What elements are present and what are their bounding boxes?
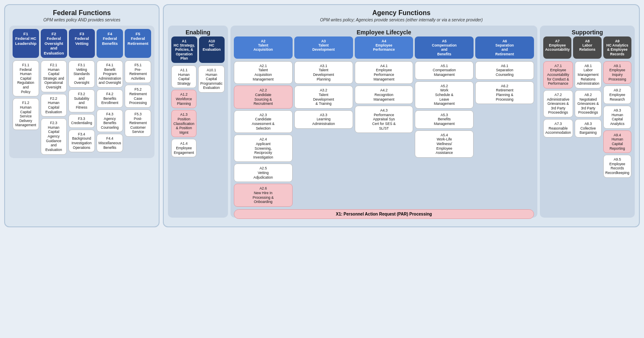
x1-bar: X1: Personnel Action Request (PAR) Proce… [234, 209, 534, 219]
enabling-items: A1.1HumanCapitalStrategy A1.2WorkforcePl… [171, 65, 225, 157]
enabling-headers: A1HC Strategy,Policies, &OperationPlan A… [171, 36, 225, 63]
A2-6: A2.6New Hire InProcessing &Onboarding [234, 184, 293, 207]
F5-2: F5.2RetirementCaseProcessing [125, 85, 151, 108]
agency-sections-container: Enabling A1HC Strategy,Policies, &Operat… [168, 26, 635, 218]
F4-2: F4.2BenefitsEnrollment [97, 89, 123, 108]
A9-5: A9.5EmployeeRecordsRecordkeeping [603, 155, 631, 178]
A2-3: A2.3CandidateAssessment &Selection [234, 110, 293, 133]
lifecycle-headers: A2TalentAcquisition A3TalentDevelopment … [234, 36, 534, 59]
F2-3: F2.3Human CapitalAgencyGuidance andEvalu… [41, 118, 67, 154]
A3-1: A3.1TalentDevelopmentPlanning [294, 61, 353, 84]
A6-1: A6.1SeparationCounseling [475, 61, 534, 80]
F2-2: F2.2HumanCapitalEvaluation [41, 94, 67, 117]
federal-functions-panel: Federal Functions OPM writes policy AND … [4, 4, 160, 227]
header-A8: A8LaborRelations [573, 36, 601, 59]
col-F3: F3.1VettingStandardsand Oversight F3.2Su… [68, 60, 95, 155]
federal-headers: F1Federal HCLeadership F2FederalOversigh… [13, 29, 151, 58]
header-F4: F4FederalBenefits [97, 29, 123, 58]
header-A5: A5CompensationandBenefits [415, 36, 474, 59]
enabling-section: Enabling A1HC Strategy,Policies, &Operat… [168, 26, 228, 218]
supporting-items: A7.1EmployeeAccountabilityfor Conduct &P… [543, 61, 631, 178]
supporting-label: Supporting [543, 29, 631, 36]
header-A1: A1HC Strategy,Policies, &OperationPlan [171, 36, 197, 63]
A2-5: A2.5VettingAdjudication [234, 164, 293, 182]
A8-2: A8.2NegotiatedGrievances &3rd PartyProce… [575, 90, 602, 117]
F4-3: F4.3AgencyBenefitsCounseling [97, 109, 123, 133]
federal-subtitle: OPM writes policy AND provides services [9, 18, 154, 22]
A10-1: A10.1HumanCapitalProgrammaticEvaluation [198, 65, 225, 93]
agency-subtitle: OPM writes policy; Agencies provide serv… [168, 18, 635, 22]
A8-1: A8.1LaborManagementRelationsAdministrati… [575, 61, 602, 88]
agency-title: Agency Functions [168, 9, 635, 17]
lifecycle-section: Employee Lifecycle A2TalentAcquisition A… [230, 26, 537, 218]
A7-1: A7.1EmployeeAccountabilityfor Conduct &P… [543, 61, 573, 88]
F5-1: F5.1Pre-RetirementActivities [125, 60, 151, 83]
F5-3: F5.3Post-RetirementCustomerService [125, 109, 151, 137]
header-A3: A3TalentDevelopment [294, 36, 353, 59]
federal-inner: F1Federal HCLeadership F2FederalOversigh… [9, 26, 154, 158]
A3-2: A3.2TalentDevelopment& Training [294, 86, 353, 109]
A5-3: A5.3BenefitsManagement [415, 110, 474, 129]
lifecycle-items: A2.1TalentAcquisitionManagement A2.2Cand… [234, 61, 534, 207]
A1-4: A1.4EmployeeEngagement [171, 139, 196, 157]
A2-4: A2.4ApplicantScreening,ReciprocityInvest… [234, 135, 293, 162]
A3-3: A3.3LearningAdministration [294, 110, 353, 129]
col-A4: A4.1EmployeePerformanceManagement A4.2Re… [355, 61, 414, 207]
header-F1: F1Federal HCLeadership [13, 29, 39, 58]
A9-3: A9.3HumanCapitalAnalytics [603, 106, 631, 129]
header-F2: F2FederalOversightandEvaluation [41, 29, 67, 58]
header-F5: F5FederalRetirement [125, 29, 151, 58]
A5-2: A5.2WorkSchedule &LeaveManagement [415, 81, 474, 109]
col-A6: A6.1SeparationCounseling A6.2RetirementP… [475, 61, 534, 207]
col-F5: F5.1Pre-RetirementActivities F5.2Retirem… [125, 60, 151, 155]
header-F3: F3FederalVetting [69, 29, 95, 58]
col-A5: A5.1CompensationManagement A5.2WorkSched… [415, 61, 474, 207]
A2-2: A2.2CandidateSourcing &Recruitment [234, 86, 293, 109]
col-F4: F4.1BenefitProgramAdministrationand Over… [97, 60, 123, 155]
F1-1: F1.1FederalHuman CapitalRegulation andPo… [13, 60, 39, 96]
col-F1: F1.1FederalHuman CapitalRegulation andPo… [13, 60, 39, 155]
header-A2: A2TalentAcquisition [234, 36, 293, 59]
col-A10: A10.1HumanCapitalProgrammaticEvaluation [198, 65, 225, 157]
header-A7: A7EmployeeAccountability [543, 36, 571, 59]
A5-4: A5.4Work-LifeWellness/EmployeeAssistance [415, 130, 474, 158]
col-F2: F2.1Human CapitalStrategic andOperationa… [41, 60, 67, 155]
enabling-label: Enabling [171, 29, 225, 36]
F3-2: F3.2Suitability andFitness [68, 89, 95, 112]
A1-2: A1.2WorkforcePlanning [171, 90, 196, 108]
A2-1: A2.1TalentAcquisitionManagement [234, 61, 293, 84]
A6-2: A6.2RetirementPlanning &Processing [475, 81, 534, 104]
supporting-headers: A7EmployeeAccountability A8LaborRelation… [543, 36, 631, 59]
A9-4: A9.4HumanCapitalReporting [603, 130, 631, 153]
F1-2: F1.2Human CapitalServiceDeliveryManageme… [13, 98, 39, 130]
F4-4: F4.4MiscellaneousBenefits [97, 134, 123, 152]
A4-2: A4.2RecognitionManagement [355, 86, 414, 104]
header-A4: A4EmployeePerformance [355, 36, 414, 59]
A9-2: A9.2EmployeeResearch [603, 86, 631, 104]
A5-1: A5.1CompensationManagement [415, 61, 474, 80]
F3-4: F3.4BackgroundInvestigationOperations [68, 130, 95, 153]
col-A2: A2.1TalentAcquisitionManagement A2.2Cand… [234, 61, 293, 207]
A9-1: A9.1EmployeeInquiryProcessing [603, 61, 631, 84]
col-A8: A8.1LaborManagementRelationsAdministrati… [575, 61, 602, 178]
col-A7: A7.1EmployeeAccountabilityfor Conduct &P… [543, 61, 573, 178]
A4-3: A4.3PerformanceAppraisal SysCert for SES… [355, 106, 414, 133]
col-A9: A9.1EmployeeInquiryProcessing A9.2Employ… [603, 61, 631, 178]
F3-1: F3.1VettingStandardsand Oversight [68, 60, 95, 88]
A1-3: A1.3PositionClassification& PositionMgmt [171, 110, 196, 137]
header-A9: A9HC Analytics& EmployeeRecords [603, 36, 631, 59]
A7-2: A7.2AdministrativeGrievances &3rd PartyP… [543, 90, 573, 117]
federal-title: Federal Functions [9, 9, 154, 17]
lifecycle-label: Employee Lifecycle [234, 29, 534, 36]
col-A3: A3.1TalentDevelopmentPlanning A3.2Talent… [294, 61, 353, 207]
federal-items: F1.1FederalHuman CapitalRegulation andPo… [13, 60, 151, 155]
supporting-section: Supporting A7EmployeeAccountability A8La… [540, 26, 635, 218]
header-A6: A6SeparationandRetirement [475, 36, 534, 59]
header-A10: A10HCEvaluation [199, 36, 225, 63]
A8-3: A8.3CollectiveBargaining [575, 119, 602, 138]
F3-3: F3.3Credentialing [68, 114, 95, 128]
F4-1: F4.1BenefitProgramAdministrationand Over… [97, 60, 123, 88]
A7-3: A7.3ReasonableAccommodation [543, 119, 573, 138]
col-A1: A1.1HumanCapitalStrategy A1.2WorkforcePl… [171, 65, 196, 157]
A4-1: A4.1EmployeePerformanceManagement [355, 61, 414, 84]
